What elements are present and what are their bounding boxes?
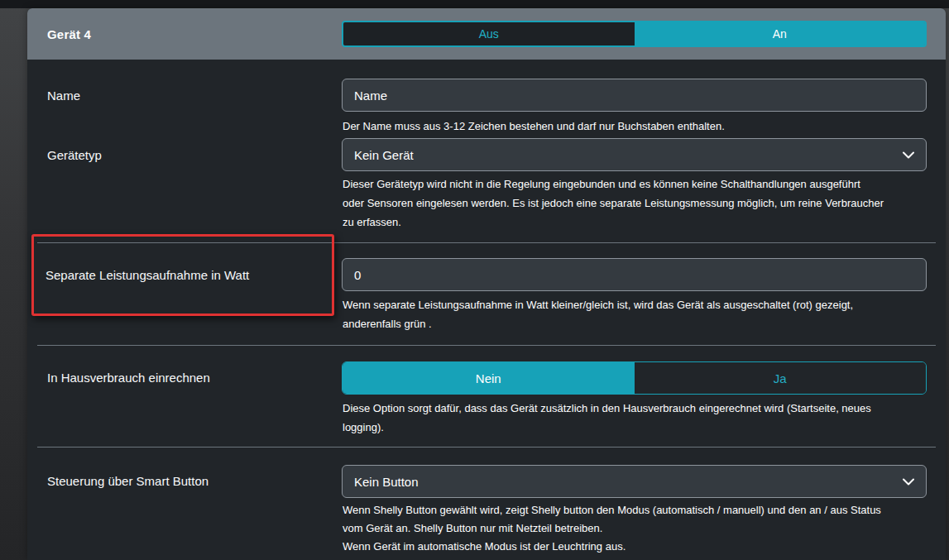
separate-power-label: Separate Leistungsaufnahme in Watt [46, 267, 249, 284]
smart-button-selected-value: Kein Button [354, 475, 419, 489]
divider [37, 447, 936, 448]
device-type-select[interactable]: Kein Gerät [342, 138, 927, 171]
device-title: Gerät 4 [47, 8, 91, 60]
separate-power-input[interactable] [342, 258, 927, 291]
house-consumption-toggle: Nein Ja [342, 361, 927, 395]
device-type-helper-text: Dieser Gerätetyp wird nicht in die Regel… [343, 175, 940, 232]
power-toggle-on-button[interactable]: An [635, 22, 926, 45]
smart-button-select[interactable]: Kein Button [342, 465, 927, 498]
device-settings-card: Gerät 4 Aus An Name Der Name muss aus 3-… [27, 8, 946, 560]
smart-button-helper-text: Wenn Shelly Button gewählt wird, zeigt S… [343, 501, 940, 560]
chevron-down-icon [903, 478, 914, 486]
house-consumption-yes-button[interactable]: Ja [635, 362, 927, 394]
chevron-down-icon [903, 151, 914, 159]
house-consumption-helper-text: Diese Option sorgt dafür, dass das Gerät… [343, 399, 940, 437]
divider [37, 345, 936, 346]
house-consumption-label: In Hausverbrauch einrechnen [47, 370, 210, 386]
name-helper-text: Der Name muss aus 3-12 Zeichen bestehen … [343, 117, 940, 136]
device-type-label: Gerätetyp [47, 147, 102, 164]
device-type-selected-value: Kein Gerät [354, 148, 414, 162]
divider [37, 242, 936, 243]
house-consumption-no-button[interactable]: Nein [343, 362, 635, 394]
separate-power-helper-text: Wenn separate Leistungsaufnahme in Watt … [343, 295, 940, 333]
smart-button-label: Steuerung über Smart Button [47, 473, 208, 490]
power-toggle: Aus An [342, 21, 927, 47]
name-label: Name [47, 88, 80, 104]
name-input[interactable] [342, 79, 927, 112]
top-dark-strip [0, 0, 949, 8]
power-toggle-off-button[interactable]: Aus [343, 22, 635, 45]
card-header: Gerät 4 Aus An [27, 8, 946, 60]
